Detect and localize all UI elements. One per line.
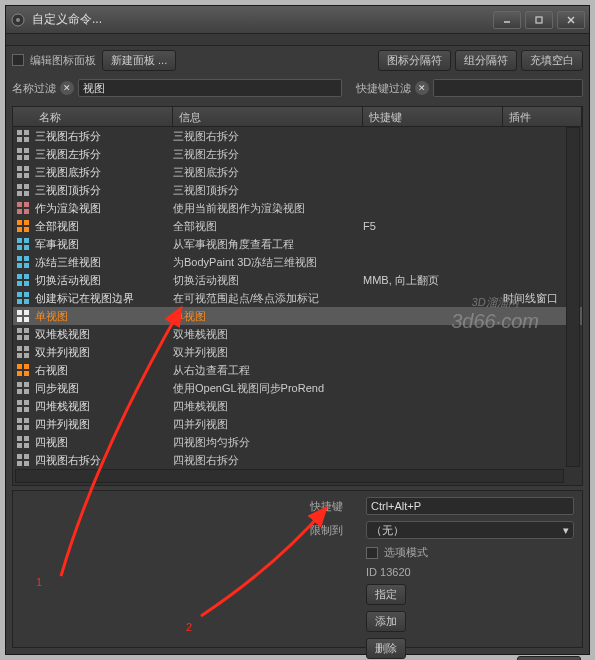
row-icon <box>13 417 33 431</box>
svg-rect-51 <box>24 328 29 333</box>
table-row[interactable]: 三视图左拆分三视图左拆分 <box>13 145 582 163</box>
row-name: 四堆栈视图 <box>33 399 173 414</box>
shortcut-filter-label: 快捷键过滤 <box>356 81 411 96</box>
shortcut-input[interactable] <box>366 497 574 515</box>
table-row[interactable]: 冻结三维视图为BodyPaint 3D冻结三维视图 <box>13 253 582 271</box>
svg-rect-15 <box>24 166 29 171</box>
assign-button[interactable]: 指定 <box>366 584 406 605</box>
svg-rect-58 <box>17 364 22 369</box>
top-toolbar: 编辑图标面板 新建面板 ... 图标分隔符 组分隔符 充填空白 <box>6 46 589 74</box>
svg-rect-79 <box>24 454 29 459</box>
row-shortcut: F5 <box>363 220 503 232</box>
svg-rect-50 <box>17 328 22 333</box>
col-info[interactable]: 信息 <box>173 107 363 126</box>
svg-rect-66 <box>17 400 22 405</box>
svg-rect-9 <box>24 137 29 142</box>
table-row[interactable]: 同步视图使用OpenGL视图同步ProRend <box>13 379 582 397</box>
svg-rect-70 <box>17 418 22 423</box>
row-name: 双并列视图 <box>33 345 173 360</box>
row-info: 为BodyPaint 3D冻结三维视图 <box>173 255 363 270</box>
option-mode-checkbox[interactable] <box>366 547 378 559</box>
svg-rect-20 <box>17 191 22 196</box>
minimize-button[interactable] <box>493 11 521 29</box>
window-title: 自定义命令... <box>32 11 493 28</box>
id-text: ID 13620 <box>366 566 416 578</box>
row-info: 双堆栈视图 <box>173 327 363 342</box>
svg-rect-7 <box>24 130 29 135</box>
table-row[interactable]: 右视图从右边查看工程 <box>13 361 582 379</box>
restrict-select[interactable]: （无）▾ <box>366 521 574 539</box>
svg-rect-61 <box>24 371 29 376</box>
svg-rect-37 <box>24 263 29 268</box>
svg-rect-56 <box>17 353 22 358</box>
svg-rect-38 <box>17 274 22 279</box>
row-icon <box>13 129 33 143</box>
svg-rect-53 <box>24 335 29 340</box>
new-panel-button[interactable]: 新建面板 ... <box>102 50 176 71</box>
col-name[interactable]: 名称 <box>33 107 173 126</box>
shortcut-filter-input[interactable] <box>433 79 583 97</box>
icon-separator-button[interactable]: 图标分隔符 <box>378 50 451 71</box>
svg-rect-54 <box>17 346 22 351</box>
svg-rect-13 <box>24 155 29 160</box>
table-row[interactable]: 作为渲染视图使用当前视图作为渲染视图 <box>13 199 582 217</box>
row-icon <box>13 273 33 287</box>
svg-rect-8 <box>17 137 22 142</box>
vertical-scrollbar[interactable] <box>566 127 580 467</box>
table-row[interactable]: 四视图四视图均匀拆分 <box>13 433 582 451</box>
row-name: 冻结三维视图 <box>33 255 173 270</box>
maximize-button[interactable] <box>525 11 553 29</box>
row-name: 全部视图 <box>33 219 173 234</box>
table-row[interactable]: 军事视图从军事视图角度查看工程 <box>13 235 582 253</box>
svg-rect-76 <box>17 443 22 448</box>
horizontal-scrollbar[interactable] <box>15 469 564 483</box>
row-info: 四视图右拆分 <box>173 453 363 468</box>
svg-rect-40 <box>17 281 22 286</box>
group-separator-button[interactable]: 组分隔符 <box>455 50 517 71</box>
row-name: 军事视图 <box>33 237 173 252</box>
delete-button[interactable]: 删除 <box>366 638 406 659</box>
svg-rect-26 <box>17 220 22 225</box>
edit-icon-panel-checkbox[interactable] <box>12 54 24 66</box>
table-row[interactable]: 三视图右拆分三视图右拆分 <box>13 127 582 145</box>
row-info: 从军事视图角度查看工程 <box>173 237 363 252</box>
close-button[interactable] <box>557 11 585 29</box>
row-info: 三视图左拆分 <box>173 147 363 162</box>
col-shortcut[interactable]: 快捷键 <box>363 107 503 126</box>
table-row[interactable]: 四堆栈视图四堆栈视图 <box>13 397 582 415</box>
row-name: 作为渲染视图 <box>33 201 173 216</box>
table-row[interactable]: 三视图底拆分三视图底拆分 <box>13 163 582 181</box>
row-name: 三视图顶拆分 <box>33 183 173 198</box>
row-info: 在可视范围起点/终点添加标记 <box>173 291 363 306</box>
table-row[interactable]: 全部视图全部视图F5 <box>13 217 582 235</box>
table-row[interactable]: 单视图单视图 <box>13 307 582 325</box>
table-row[interactable]: 双并列视图双并列视图 <box>13 343 582 361</box>
row-info: 双并列视图 <box>173 345 363 360</box>
table-row[interactable]: 四视图右拆分四视图右拆分 <box>13 451 582 469</box>
svg-rect-30 <box>17 238 22 243</box>
row-icon <box>13 255 33 269</box>
fill-blank-button[interactable]: 充填空白 <box>521 50 583 71</box>
col-plugin[interactable]: 插件 <box>503 107 582 126</box>
row-icon <box>13 345 33 359</box>
svg-rect-27 <box>24 220 29 225</box>
table-row[interactable]: 切换活动视图切换活动视图MMB, 向上翻页 <box>13 271 582 289</box>
svg-rect-49 <box>24 317 29 322</box>
row-icon <box>13 201 33 215</box>
shortcut-filter-clear[interactable]: ✕ <box>415 81 429 95</box>
table-row[interactable]: 四并列视图四并列视图 <box>13 415 582 433</box>
table-row[interactable]: 双堆栈视图双堆栈视图 <box>13 325 582 343</box>
svg-rect-28 <box>17 227 22 232</box>
svg-rect-22 <box>17 202 22 207</box>
execute-button[interactable]: 执行 <box>517 656 581 661</box>
svg-rect-55 <box>24 346 29 351</box>
table-row[interactable]: 创建标记在视图边界在可视范围起点/终点添加标记时间线窗口 <box>13 289 582 307</box>
row-icon <box>13 237 33 251</box>
name-filter-clear[interactable]: ✕ <box>60 81 74 95</box>
add-button[interactable]: 添加 <box>366 611 406 632</box>
gripper-bar[interactable] <box>6 34 589 46</box>
row-name: 四视图右拆分 <box>33 453 173 468</box>
name-filter-input[interactable] <box>78 79 342 97</box>
row-icon <box>13 183 33 197</box>
table-row[interactable]: 三视图顶拆分三视图顶拆分 <box>13 181 582 199</box>
